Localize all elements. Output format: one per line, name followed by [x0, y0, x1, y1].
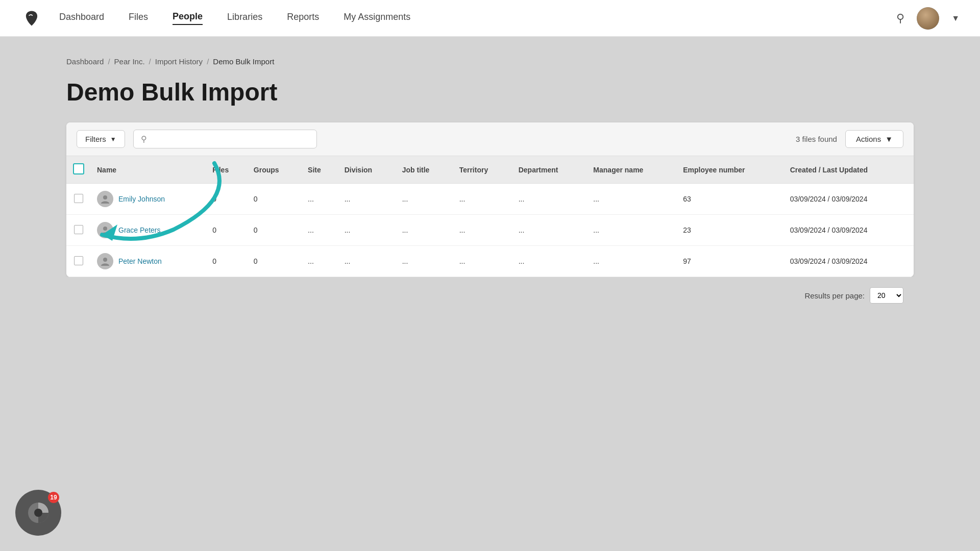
row-checkbox-0[interactable]: [74, 194, 83, 203]
nav-libraries[interactable]: Libraries: [227, 12, 262, 24]
nav-right: ⚲ ▼: [896, 7, 960, 30]
cell-job-title-2: ...: [396, 246, 453, 277]
row-checkbox-cell: [66, 246, 91, 277]
cell-groups-2: 0: [248, 246, 302, 277]
cell-name-0: Emily Johnson: [91, 184, 206, 215]
notification-badge: 19: [48, 492, 59, 503]
breadcrumb-current: Demo Bulk Import: [213, 57, 274, 66]
cell-employee-number-1: 23: [677, 215, 783, 246]
breadcrumb: Dashboard / Pear Inc. / Import History /…: [66, 57, 914, 66]
col-files: Files: [206, 156, 248, 184]
app-logo[interactable]: [20, 7, 43, 30]
row-checkbox-2[interactable]: [74, 256, 83, 265]
col-division: Division: [338, 156, 396, 184]
main-content: Dashboard / Pear Inc. / Import History /…: [0, 37, 980, 551]
col-job-title: Job title: [396, 156, 453, 184]
person-avatar-0: [97, 191, 113, 207]
notification-widget[interactable]: 19: [15, 490, 61, 536]
table-footer: Results per page: 102050100: [66, 277, 914, 314]
nav-reports[interactable]: Reports: [287, 12, 319, 24]
cell-territory-2: ...: [453, 246, 512, 277]
row-checkbox-1[interactable]: [74, 225, 83, 234]
svg-point-2: [103, 258, 107, 262]
page-title: Demo Bulk Import: [66, 78, 914, 106]
cell-division-2: ...: [338, 246, 396, 277]
cell-department-2: ...: [512, 246, 587, 277]
user-menu-chevron-icon[interactable]: ▼: [951, 14, 960, 23]
cell-files-0: 0: [206, 184, 248, 215]
person-name-2[interactable]: Peter Newton: [118, 257, 162, 265]
actions-label: Actions: [856, 135, 881, 143]
filters-button[interactable]: Filters ▼: [77, 130, 125, 148]
cell-files-1: 0: [206, 215, 248, 246]
cell-created-updated-2: 03/09/2024 / 03/09/2024: [784, 246, 914, 277]
col-name: Name: [91, 156, 206, 184]
cell-name-2: Peter Newton: [91, 246, 206, 277]
person-avatar-2: [97, 253, 113, 269]
table-container: Filters ▼ ⚲ 3 files found Actions ▼ Name: [66, 122, 914, 277]
nav-files[interactable]: Files: [129, 12, 148, 24]
col-groups: Groups: [248, 156, 302, 184]
cell-site-1: ...: [302, 215, 338, 246]
cell-employee-number-2: 97: [677, 246, 783, 277]
breadcrumb-sep-1: /: [108, 57, 110, 66]
breadcrumb-dashboard[interactable]: Dashboard: [66, 57, 104, 66]
actions-chevron-icon: ▼: [885, 135, 893, 143]
filters-label: Filters: [85, 135, 106, 143]
person-name-0[interactable]: Emily Johnson: [118, 195, 165, 203]
search-icon[interactable]: ⚲: [896, 12, 904, 25]
search-input[interactable]: [151, 135, 309, 143]
person-name-1[interactable]: Grace Peters: [118, 226, 160, 234]
table-row: Emily Johnson 0 0 ... ... ... ... ... ..…: [66, 184, 914, 215]
results-per-page-select[interactable]: 102050100: [870, 287, 903, 304]
nav-people[interactable]: People: [173, 11, 203, 25]
navbar: Dashboard Files People Libraries Reports…: [0, 0, 980, 37]
cell-territory-1: ...: [453, 215, 512, 246]
svg-point-1: [103, 227, 107, 231]
col-site: Site: [302, 156, 338, 184]
cell-division-1: ...: [338, 215, 396, 246]
breadcrumb-import-history[interactable]: Import History: [155, 57, 203, 66]
col-department: Department: [512, 156, 587, 184]
cell-created-updated-0: 03/09/2024 / 03/09/2024: [784, 184, 914, 215]
cell-employee-number-0: 63: [677, 184, 783, 215]
col-manager-name: Manager name: [587, 156, 677, 184]
cell-groups-1: 0: [248, 215, 302, 246]
breadcrumb-sep-2: /: [149, 57, 151, 66]
row-checkbox-cell: [66, 215, 91, 246]
filters-chevron-icon: ▼: [110, 136, 116, 143]
select-all-cell: [66, 156, 91, 184]
select-all-checkbox[interactable]: [73, 163, 84, 174]
col-territory: Territory: [453, 156, 512, 184]
cell-name-1: Grace Peters: [91, 215, 206, 246]
cell-site-2: ...: [302, 246, 338, 277]
nav-dashboard[interactable]: Dashboard: [59, 12, 104, 24]
svg-point-5: [34, 509, 42, 517]
cell-manager-name-0: ...: [587, 184, 677, 215]
cell-department-0: ...: [512, 184, 587, 215]
cell-files-2: 0: [206, 246, 248, 277]
user-avatar[interactable]: [917, 7, 939, 30]
search-icon: ⚲: [141, 134, 147, 144]
row-checkbox-cell: [66, 184, 91, 215]
col-created-updated: Created / Last Updated: [784, 156, 914, 184]
cell-division-0: ...: [338, 184, 396, 215]
breadcrumb-pear-inc[interactable]: Pear Inc.: [114, 57, 145, 66]
svg-point-0: [103, 195, 107, 199]
files-found-label: 3 files found: [796, 135, 837, 143]
results-per-page-label: Results per page:: [804, 291, 865, 300]
cell-job-title-1: ...: [396, 215, 453, 246]
table-toolbar: Filters ▼ ⚲ 3 files found Actions ▼: [66, 122, 914, 156]
notification-icon: [26, 500, 51, 525]
actions-button[interactable]: Actions ▼: [845, 130, 903, 148]
nav-my-assignments[interactable]: My Assignments: [344, 12, 410, 24]
people-table: Name Files Groups Site Division Job titl…: [66, 156, 914, 277]
table-row: Grace Peters 0 0 ... ... ... ... ... ...…: [66, 215, 914, 246]
table-row: Peter Newton 0 0 ... ... ... ... ... ...…: [66, 246, 914, 277]
search-box: ⚲: [133, 130, 317, 148]
cell-manager-name-1: ...: [587, 215, 677, 246]
cell-department-1: ...: [512, 215, 587, 246]
cell-groups-0: 0: [248, 184, 302, 215]
col-employee-number: Employee number: [677, 156, 783, 184]
cell-job-title-0: ...: [396, 184, 453, 215]
